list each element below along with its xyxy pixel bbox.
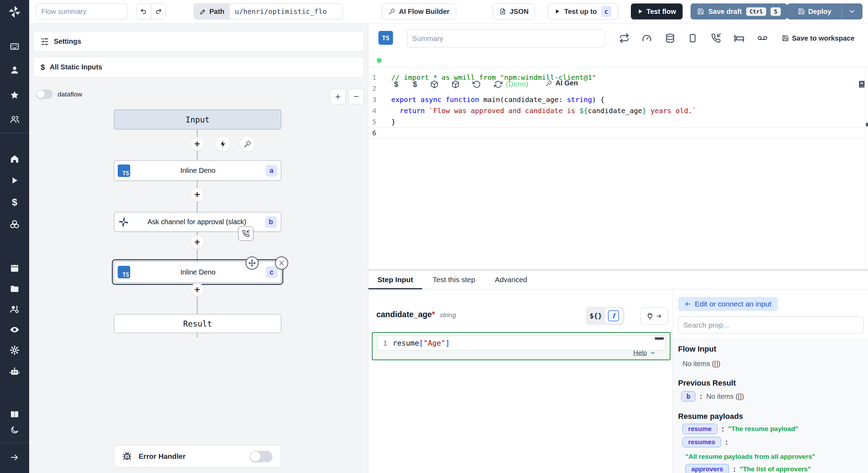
back-button-label: Edit or connect an input — [695, 300, 771, 308]
json-button[interactable]: JSON — [493, 3, 535, 19]
move-node-button[interactable] — [245, 256, 259, 270]
settings-card[interactable]: Settings — [33, 32, 364, 51]
test-up-to-button[interactable]: Test up to c — [548, 3, 618, 19]
colon: : — [733, 465, 736, 473]
save-to-workspace-button[interactable]: Save to workspace — [780, 32, 857, 45]
workers-bot-icon[interactable] — [0, 366, 29, 378]
minus-icon: − — [353, 91, 359, 102]
insert-step-button[interactable]: + — [191, 137, 204, 151]
sleep-bed-icon[interactable] — [733, 32, 746, 45]
close-icon — [278, 260, 285, 266]
save-draft-button[interactable]: Save draft Ctrl S — [691, 3, 787, 19]
search-prop-input[interactable] — [678, 316, 864, 333]
connect-input-plug-button[interactable] — [640, 307, 668, 325]
docs-book-icon[interactable] — [0, 408, 29, 420]
path-button[interactable]: Path u/henri/optimistic_flo — [194, 3, 343, 19]
insert-step-button[interactable]: + — [191, 188, 204, 201]
typescript-icon: TS — [118, 164, 130, 177]
scrollbar-thumb[interactable] — [655, 337, 664, 340]
node-label: Ask channel for approval (slack) — [129, 218, 265, 226]
test-flow-label: Test flow — [646, 8, 676, 16]
javascript-mode-button[interactable]: f — [605, 308, 622, 324]
all-static-inputs-card[interactable]: $ All Static Inputs — [33, 57, 364, 77]
resume-row: resume : "The resume payload" — [682, 424, 798, 434]
audit-logs-eye-icon[interactable] — [0, 324, 29, 336]
retries-repeat-icon[interactable] — [618, 32, 631, 45]
flow-graph-panel: Settings $ All Static Inputs dataflow + … — [29, 23, 368, 473]
apps-icon[interactable] — [0, 41, 29, 52]
redo-button[interactable] — [151, 4, 166, 19]
ai-suggest-wand-button[interactable] — [240, 136, 255, 152]
user-icon[interactable] — [0, 64, 29, 76]
path-label: Path — [209, 8, 224, 16]
file-icon — [499, 8, 506, 15]
expression-input[interactable]: 1 resume["Age"] — [377, 336, 666, 350]
insert-step-button[interactable]: + — [191, 236, 204, 249]
typescript-icon: TS — [118, 266, 130, 278]
expand-arrow-right-icon[interactable] — [0, 451, 29, 463]
star-icon[interactable] — [0, 89, 29, 101]
variables-dollar-icon[interactable]: $ — [0, 196, 29, 208]
undo-button[interactable] — [136, 4, 151, 19]
summary-input[interactable] — [407, 29, 605, 48]
schedules-calendar-icon[interactable] — [0, 262, 29, 274]
settings-gear-icon[interactable] — [0, 344, 29, 356]
error-handler-toggle[interactable] — [250, 451, 273, 462]
insert-step-button[interactable]: + — [191, 283, 204, 296]
groups-icon[interactable] — [0, 303, 29, 315]
runs-play-icon[interactable] — [0, 175, 29, 186]
tab-step-input[interactable]: Step Input — [368, 271, 422, 289]
tab-test-this-step[interactable]: Test this step — [424, 271, 484, 288]
prop-pill-resume[interactable]: resume — [682, 424, 718, 434]
suspend-phone-incoming-icon[interactable] — [709, 32, 723, 45]
template-mode-button[interactable]: ${} — [587, 312, 605, 320]
edit-or-connect-back-button[interactable]: Edit or connect an input — [678, 297, 778, 311]
early-stop-gauge-icon[interactable] — [640, 32, 653, 45]
zoom-out-button[interactable]: − — [348, 88, 364, 104]
step-id-badge: b — [265, 216, 277, 228]
lifetime-voicemail-icon[interactable] — [756, 32, 769, 45]
windmill-logo-icon[interactable] — [0, 3, 29, 21]
bolt-icon — [219, 140, 227, 148]
dataflow-toggle-row: dataflow — [36, 90, 82, 99]
sliders-icon — [41, 37, 49, 46]
zoom-in-button[interactable]: + — [330, 88, 346, 104]
save-icon — [697, 8, 704, 15]
flow-summary-input[interactable] — [36, 3, 127, 19]
prop-pill-b[interactable]: b — [681, 391, 695, 402]
code-editor[interactable]: 1// import * as wmill from "npm:windmill… — [368, 67, 868, 269]
plug-icon — [646, 312, 654, 320]
connect-input-panel: Edit or connect an input Flow Input No i… — [673, 289, 868, 473]
ai-flow-builder-button[interactable]: AI Flow Builder — [382, 3, 456, 19]
expression-editor[interactable]: 1 resume["Age"] Help — [372, 332, 670, 360]
test-flow-button[interactable]: Test flow — [631, 3, 683, 19]
script-editor-panel: TS Save to workspace $ $ (Deno) AI Gen 1 — [368, 23, 868, 269]
tab-advanced[interactable]: Advanced — [486, 271, 536, 288]
prop-pill-approvers[interactable]: approvers — [685, 464, 729, 473]
trigger-bolt-button[interactable] — [215, 136, 231, 152]
ai-flow-builder-label: AI Flow Builder — [399, 8, 450, 16]
overview-ruler-cursor-mark — [866, 123, 868, 126]
colon: : — [722, 425, 724, 433]
node-label: Inline Deno — [130, 268, 266, 276]
flow-node-input[interactable]: Input — [114, 110, 281, 129]
prop-description: "The resume payload" — [728, 425, 798, 433]
dark-mode-moon-icon[interactable] — [0, 424, 29, 436]
error-handler-card[interactable]: Error Handler — [114, 445, 281, 467]
deploy-button[interactable]: Deploy — [787, 8, 842, 16]
users-icon[interactable] — [0, 113, 29, 125]
delete-node-button[interactable] — [275, 256, 288, 270]
resources-boxes-icon[interactable] — [0, 219, 29, 230]
prop-pill-resumes[interactable]: resumes — [682, 437, 721, 447]
help-link[interactable]: Help — [633, 349, 656, 357]
deploy-more-chevron-button[interactable] — [842, 3, 862, 19]
folders-icon[interactable] — [0, 283, 29, 295]
cache-database-icon[interactable] — [663, 32, 677, 45]
chevron-down-icon — [650, 350, 656, 356]
flow-node-a[interactable]: TS Inline Deno a — [114, 160, 281, 181]
home-icon[interactable] — [0, 153, 29, 165]
dataflow-toggle[interactable] — [36, 90, 53, 99]
flow-node-result[interactable]: Result — [114, 314, 281, 333]
mock-square-icon[interactable] — [686, 32, 699, 45]
flow-node-b[interactable]: Ask channel for approval (slack) b — [114, 212, 281, 232]
